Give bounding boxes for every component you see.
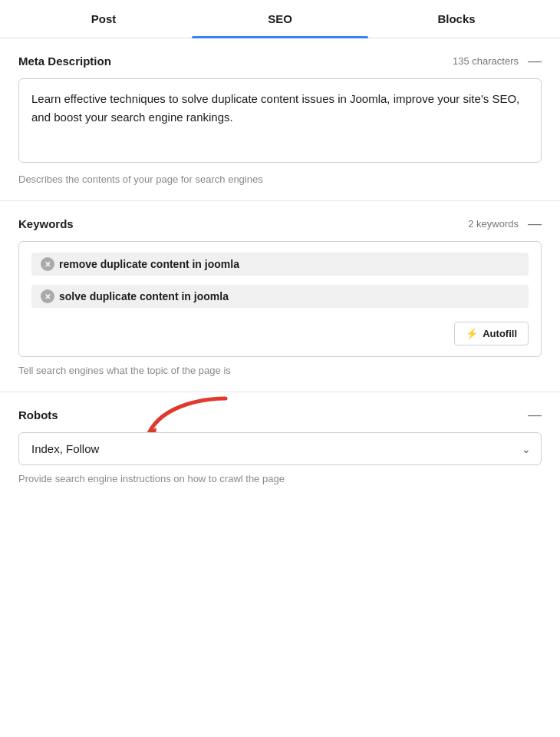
keywords-meta: 2 keywords — — [468, 216, 542, 230]
autofill-label: Autofill — [483, 328, 517, 339]
tab-blocks[interactable]: Blocks — [368, 0, 545, 38]
autofill-row: ⚡ Autofill — [31, 322, 529, 345]
robots-collapse[interactable]: — — [528, 408, 542, 421]
keyword-remove-2[interactable] — [41, 289, 54, 303]
robots-select-container: Index, Follow No Index, Follow Index, No… — [18, 432, 542, 465]
meta-description-hint: Describes the contents of your page for … — [18, 174, 542, 185]
keyword-remove-1[interactable] — [41, 257, 54, 271]
meta-description-section: Meta Description 135 characters — Descri… — [0, 38, 560, 201]
robots-select-wrapper: Index, Follow No Index, Follow Index, No… — [18, 432, 542, 465]
char-count-label: 135 characters — [453, 55, 519, 67]
keyword-label-1: remove duplicate content in joomla — [59, 258, 239, 270]
robots-title: Robots — [18, 408, 58, 421]
meta-description-title: Meta Description — [18, 55, 111, 68]
meta-description-header: Meta Description 135 characters — — [18, 54, 542, 68]
robots-header: Robots — — [18, 408, 542, 421]
autofill-button[interactable]: ⚡ Autofill — [454, 322, 529, 345]
tab-bar: Post SEO Blocks — [0, 0, 560, 38]
keywords-hint: Tell search engines what the topic of th… — [18, 365, 542, 376]
robots-section: Robots — Index, Follow No Index, Follow … — [0, 392, 560, 500]
list-item: solve duplicate content in joomla — [31, 285, 529, 308]
robots-select[interactable]: Index, Follow No Index, Follow Index, No… — [18, 432, 542, 465]
keywords-title: Keywords — [18, 217, 74, 230]
bolt-icon: ⚡ — [466, 328, 478, 339]
meta-description-collapse[interactable]: — — [528, 54, 542, 68]
keywords-section: Keywords 2 keywords — remove duplicate c… — [0, 201, 560, 392]
robots-hint: Provide search engine instructions on ho… — [18, 473, 542, 484]
keyword-label-2: solve duplicate content in joomla — [59, 290, 229, 302]
meta-description-meta: 135 characters — — [453, 54, 542, 68]
keyword-count-label: 2 keywords — [468, 218, 519, 230]
keywords-list: remove duplicate content in joomla solve… — [31, 253, 529, 316]
keywords-header: Keywords 2 keywords — — [18, 216, 542, 230]
keywords-collapse[interactable]: — — [528, 216, 542, 230]
meta-description-input[interactable] — [18, 78, 542, 163]
keywords-box: remove duplicate content in joomla solve… — [18, 241, 542, 357]
list-item: remove duplicate content in joomla — [31, 253, 529, 276]
tab-seo[interactable]: SEO — [192, 0, 368, 38]
tab-post[interactable]: Post — [15, 0, 192, 38]
